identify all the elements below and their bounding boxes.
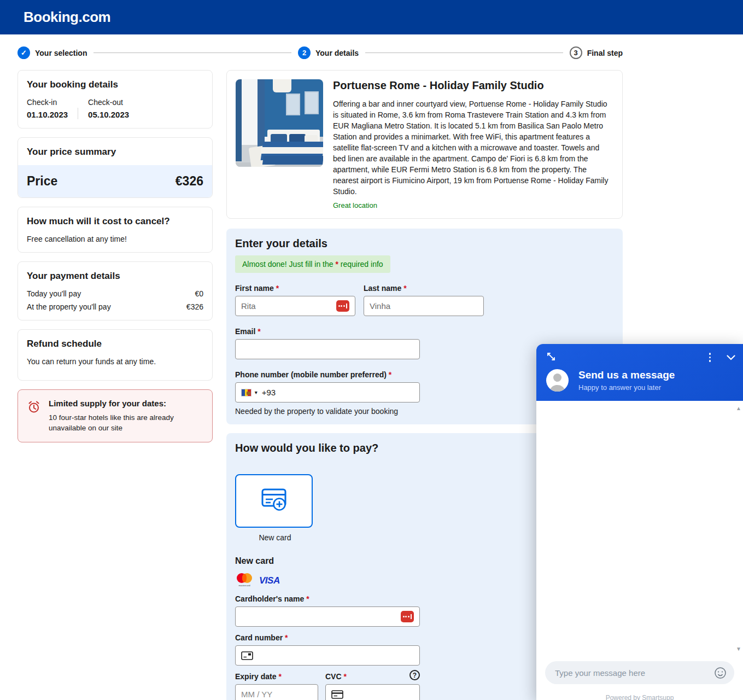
cvc-field-block: CVC * bbox=[325, 672, 420, 700]
booking-logo[interactable]: Booking.com bbox=[24, 9, 110, 26]
new-card-tile-label: New card bbox=[235, 533, 315, 542]
limited-supply-text: 10 four-star hotels like this are alread… bbox=[49, 412, 185, 433]
last-name-input[interactable] bbox=[370, 296, 478, 316]
card-number-input[interactable] bbox=[258, 646, 414, 665]
cvc-label: CVC * bbox=[325, 672, 420, 681]
first-name-input[interactable] bbox=[241, 296, 336, 316]
new-card-tile[interactable] bbox=[235, 474, 313, 528]
chat-title: Send us a message bbox=[578, 369, 675, 381]
progress-step-final-step[interactable]: 3 Final step bbox=[570, 46, 623, 59]
expand-icon[interactable] bbox=[546, 352, 556, 364]
phone-helper-text: Needed by the property to validate your … bbox=[235, 407, 420, 416]
first-name-label: First name * bbox=[235, 284, 355, 293]
phone-label: Phone number (mobile number preferred) * bbox=[235, 370, 420, 379]
credit-card-icon bbox=[241, 651, 253, 660]
cancel-cost-text: Free cancellation at any time! bbox=[27, 235, 203, 243]
refund-schedule-card: Refund schedule You can return your fund… bbox=[17, 329, 213, 381]
mastercard-icon: mastercard bbox=[235, 573, 254, 589]
booking-sidebar: Your booking details Check-in 01.10.2023… bbox=[17, 70, 213, 442]
cancel-cost-title: How much will it cost to cancel? bbox=[27, 216, 203, 227]
chat-widget: Send us a message Happy to answer you la… bbox=[536, 344, 743, 700]
property-title: Portuense Rome - Holiday Family Studio bbox=[333, 79, 613, 92]
refund-schedule-title: Refund schedule bbox=[27, 339, 203, 349]
chat-message-area: ▲ ▼ Powered by Smartsupp bbox=[536, 401, 743, 700]
check-out-date: 05.10.2023 bbox=[88, 110, 129, 119]
progress-step-your-selection[interactable]: ✓ Your selection bbox=[17, 46, 87, 59]
cvc-card-icon bbox=[331, 690, 343, 699]
cancel-cost-card: How much will it cost to cancel? Free ca… bbox=[17, 207, 213, 253]
payment-details-card: Your payment details Today you'll pay €0… bbox=[17, 261, 213, 320]
price-value: €326 bbox=[175, 174, 203, 189]
svg-text:mastercard: mastercard bbox=[239, 584, 251, 587]
progress-connector bbox=[365, 52, 563, 53]
booking-details-card: Your booking details Check-in 01.10.2023… bbox=[17, 70, 213, 129]
almost-done-banner: Almost done! Just fill in the * required… bbox=[235, 255, 390, 273]
phone-field-block: Phone number (mobile number preferred) *… bbox=[235, 370, 420, 416]
password-manager-icon[interactable] bbox=[401, 611, 414, 622]
price-summary-card: Your price summary Price €326 bbox=[17, 137, 213, 198]
chevron-down-icon[interactable] bbox=[727, 353, 735, 363]
cardholder-input[interactable] bbox=[241, 607, 401, 626]
agent-avatar bbox=[546, 369, 569, 392]
scroll-up-icon[interactable]: ▲ bbox=[736, 405, 741, 411]
emoji-icon[interactable] bbox=[714, 667, 727, 679]
payment-row-property: At the property you'll pay €326 bbox=[27, 302, 203, 311]
property-card: Portuense Rome - Holiday Family Studio O… bbox=[226, 70, 623, 219]
new-card-icon bbox=[259, 487, 289, 515]
cvc-input[interactable] bbox=[348, 685, 414, 700]
booking-details-title: Your booking details bbox=[27, 79, 203, 90]
expiry-field-block: Expiry date * bbox=[235, 672, 318, 700]
visa-icon: VISA bbox=[259, 575, 280, 586]
step-3-badge: 3 bbox=[570, 46, 582, 59]
price-label: Price bbox=[27, 174, 57, 189]
payment-row-today: Today you'll pay €0 bbox=[27, 289, 203, 298]
checkout-progress: ✓ Your selection 2 Your details 3 Final … bbox=[17, 46, 623, 59]
alarm-clock-icon bbox=[27, 400, 41, 433]
country-flag-icon[interactable] bbox=[241, 389, 251, 396]
progress-connector bbox=[93, 52, 291, 53]
last-name-field-block: Last name * bbox=[364, 284, 484, 316]
chat-subtitle: Happy to answer you later bbox=[578, 383, 675, 392]
email-label: Email * bbox=[235, 327, 420, 336]
app-header: Booking.com bbox=[0, 0, 743, 34]
limited-supply-alert: Limited supply for your dates: 10 four-s… bbox=[17, 389, 213, 442]
step-2-badge: 2 bbox=[298, 46, 311, 59]
email-field-block: Email * bbox=[235, 327, 420, 359]
today-amount: €0 bbox=[195, 289, 203, 298]
refund-schedule-text: You can return your funds at any time. bbox=[27, 357, 203, 366]
chat-message-input[interactable] bbox=[555, 668, 714, 678]
check-icon: ✓ bbox=[17, 46, 30, 59]
check-in-date: 01.10.2023 bbox=[27, 110, 68, 119]
password-manager-icon[interactable] bbox=[336, 300, 349, 312]
cvc-help-icon[interactable]: ? bbox=[409, 670, 420, 680]
chat-input-bar bbox=[545, 661, 734, 684]
limited-supply-title: Limited supply for your dates: bbox=[49, 399, 185, 408]
chevron-down-icon[interactable]: ▾ bbox=[255, 389, 258, 395]
chat-powered-by[interactable]: Powered by Smartsupp bbox=[536, 694, 743, 700]
chat-header: Send us a message Happy to answer you la… bbox=[536, 344, 743, 401]
expiry-input[interactable] bbox=[241, 685, 312, 700]
price-summary-title: Your price summary bbox=[27, 147, 203, 158]
expiry-label: Expiry date * bbox=[235, 672, 318, 681]
great-location-note: Great location bbox=[333, 201, 613, 209]
first-name-field-block: First name * bbox=[235, 284, 355, 316]
check-in-block: Check-in 01.10.2023 bbox=[27, 98, 68, 119]
email-input[interactable] bbox=[241, 340, 414, 359]
property-amount: €326 bbox=[186, 302, 203, 311]
payment-details-title: Your payment details bbox=[27, 271, 203, 282]
enter-details-title: Enter your details bbox=[235, 237, 614, 250]
property-photo bbox=[236, 79, 323, 167]
last-name-label: Last name * bbox=[364, 284, 484, 293]
date-divider bbox=[78, 108, 78, 119]
price-row: Price €326 bbox=[18, 165, 212, 197]
scroll-down-icon[interactable]: ▼ bbox=[736, 646, 741, 652]
check-out-block: Check-out 05.10.2023 bbox=[88, 98, 129, 119]
progress-step-your-details[interactable]: 2 Your details bbox=[298, 46, 359, 59]
kebab-menu-icon[interactable] bbox=[707, 351, 713, 364]
phone-input[interactable] bbox=[262, 383, 414, 402]
property-description: Offering a bar and inner courtyard view,… bbox=[333, 98, 613, 197]
